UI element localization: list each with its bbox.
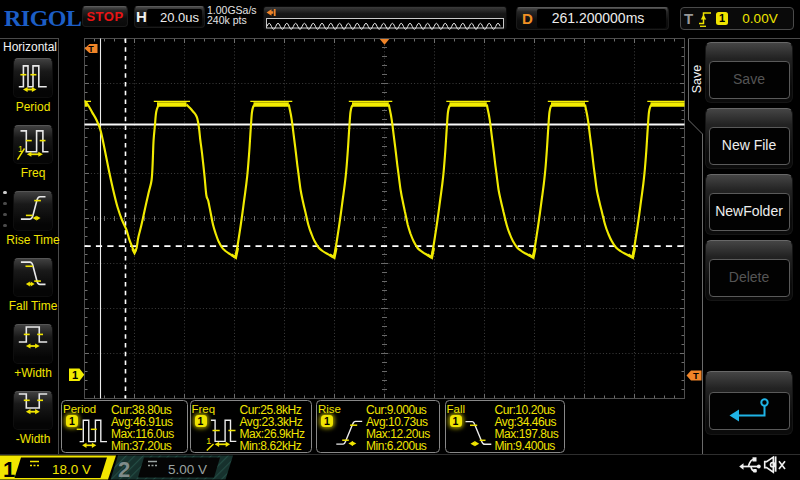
svg-text:1: 1 <box>3 457 15 480</box>
svg-text:18.0 V: 18.0 V <box>52 462 91 477</box>
svg-text:T: T <box>693 370 699 381</box>
svg-text:1: 1 <box>72 369 78 381</box>
svg-text:2: 2 <box>118 457 130 480</box>
svg-text:5.00 V: 5.00 V <box>168 462 207 477</box>
svg-text:T: T <box>88 44 94 54</box>
svg-text:1: 1 <box>206 436 211 446</box>
